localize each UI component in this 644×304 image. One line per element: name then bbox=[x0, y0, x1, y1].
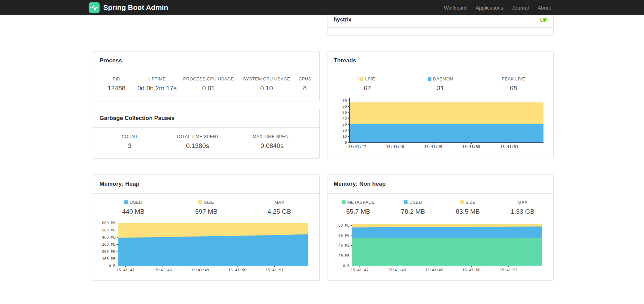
metric-label: METASPACE bbox=[331, 200, 386, 205]
metric-value: 8 bbox=[294, 85, 316, 92]
metric-label: LIVE bbox=[331, 76, 404, 81]
metric-value: 68 bbox=[477, 85, 550, 92]
heap-legend: USED 440 MB SIZE 597 MB MAX 4.25 GB bbox=[93, 194, 319, 219]
metric-process-cpu-usage: PROCESS CPU USAGE 0.01 bbox=[178, 76, 239, 92]
brand[interactable]: Spring Boot Admin bbox=[89, 2, 168, 13]
metric-value: 78.2 MB bbox=[386, 208, 441, 215]
metric-value: 31 bbox=[404, 85, 477, 92]
metric-label: MAX bbox=[243, 200, 316, 205]
gc-panel-title: Garbage Collection Pauses bbox=[99, 115, 174, 121]
metric-value: 0.10 bbox=[239, 85, 294, 92]
size-swatch-icon bbox=[460, 200, 464, 204]
metric-label: PID bbox=[97, 76, 136, 81]
svg-text:15:41:48: 15:41:48 bbox=[154, 268, 172, 272]
used-swatch-icon bbox=[124, 200, 128, 204]
memory-nonheap-chart: 0 B20 MB40 MB60 MB80 MB15:41:4715:41:481… bbox=[327, 219, 553, 280]
gc-metrics: COUNT 3 TOTAL TIME SPENT 0.1380s MAX TIM… bbox=[93, 128, 319, 158]
threads-chart: 01020304050607015:41:4715:41:4815:41:491… bbox=[327, 95, 553, 157]
svg-text:15:41:50: 15:41:50 bbox=[462, 145, 480, 149]
metric-label-text: DAEMON bbox=[433, 76, 453, 81]
metric-value: 0.1380s bbox=[163, 142, 233, 150]
metric-threads-daemon: DAEMON 31 bbox=[404, 76, 477, 92]
navbar-inner: Spring Boot Admin Wallboard Applications… bbox=[89, 0, 555, 15]
metric-cpus: CPUS 8 bbox=[294, 76, 316, 92]
svg-text:40: 40 bbox=[342, 116, 347, 121]
metric-label-text: METASPACE bbox=[347, 200, 375, 205]
metric-label: COUNT bbox=[97, 134, 163, 139]
svg-text:60: 60 bbox=[342, 104, 347, 109]
svg-text:50: 50 bbox=[342, 110, 347, 115]
metric-label-text: LIVE bbox=[365, 76, 375, 81]
metric-label: MAX TIME SPENT bbox=[233, 134, 311, 139]
metric-label: SIZE bbox=[170, 200, 243, 205]
nav-links: Wallboard Applications Journal About bbox=[440, 5, 555, 11]
threads-legend: LIVE 67 DAEMON 31 PEAK LIVE 68 bbox=[327, 70, 553, 95]
metric-value: 55.7 MB bbox=[331, 208, 386, 215]
nav-applications[interactable]: Applications bbox=[471, 5, 508, 11]
svg-text:15:41:50: 15:41:50 bbox=[228, 268, 246, 272]
live-swatch-icon bbox=[359, 77, 363, 81]
metric-label: DAEMON bbox=[404, 76, 477, 81]
memory-heap-chart: 0 B100 MB200 MB300 MB400 MB500 MB600 MB1… bbox=[93, 219, 319, 280]
metric-label-text: PEAK LIVE bbox=[502, 76, 525, 81]
metric-uptime: UPTIME 0d 0h 2m 17s bbox=[136, 76, 178, 92]
gc-panel-heading: Garbage Collection Pauses bbox=[93, 109, 319, 128]
used-swatch-icon bbox=[404, 200, 408, 204]
svg-text:200 MB: 200 MB bbox=[102, 249, 116, 254]
svg-text:100 MB: 100 MB bbox=[102, 257, 116, 261]
svg-text:15:41:48: 15:41:48 bbox=[386, 145, 404, 149]
svg-text:0 B: 0 B bbox=[109, 264, 116, 268]
metric-label-text: MAX bbox=[518, 200, 527, 205]
metric-label: PROCESS CPU USAGE bbox=[178, 76, 239, 81]
metric-label-text: MAX bbox=[274, 200, 284, 205]
svg-text:600 MB: 600 MB bbox=[102, 221, 116, 225]
svg-text:15:41:47: 15:41:47 bbox=[117, 268, 135, 272]
svg-text:15:41:49: 15:41:49 bbox=[425, 268, 443, 272]
main-content: hystrix UP Process PID 12488 UPTIME bbox=[93, 0, 551, 280]
metric-value: 12488 bbox=[97, 85, 136, 92]
nav-journal[interactable]: Journal bbox=[508, 5, 533, 11]
svg-text:15:41:50: 15:41:50 bbox=[462, 268, 480, 272]
brand-title: Spring Boot Admin bbox=[103, 3, 168, 12]
metric-label: SIZE bbox=[441, 200, 495, 205]
process-metrics: PID 12488 UPTIME 0d 0h 2m 17s PROCESS CP… bbox=[93, 70, 319, 101]
metric-nonheap-used: USED 78.2 MB bbox=[386, 200, 441, 215]
svg-text:20: 20 bbox=[342, 128, 347, 133]
memory-heap-panel-heading: Memory: Heap bbox=[93, 175, 319, 194]
svg-text:10: 10 bbox=[342, 134, 347, 139]
metric-heap-size: SIZE 597 MB bbox=[170, 200, 243, 215]
metric-nonheap-size: SIZE 83.5 MB bbox=[441, 200, 495, 215]
threads-panel: Threads LIVE 67 DAEMON 31 PEAK LIVE 68 0… bbox=[327, 51, 554, 157]
svg-text:30: 30 bbox=[342, 122, 347, 127]
metric-threads-live: LIVE 67 bbox=[331, 76, 404, 92]
nav-wallboard[interactable]: Wallboard bbox=[440, 5, 471, 11]
daemon-swatch-icon bbox=[428, 77, 431, 81]
metric-label: SYSTEM CPU USAGE bbox=[239, 76, 294, 81]
health-panel: hystrix UP bbox=[327, 12, 554, 35]
metric-label-text: USED bbox=[409, 200, 422, 205]
threads-panel-title: Threads bbox=[334, 57, 356, 64]
metric-value: 0d 0h 2m 17s bbox=[136, 85, 178, 92]
metric-heap-used: USED 440 MB bbox=[97, 200, 170, 215]
app-logo-icon bbox=[89, 2, 100, 13]
svg-text:15:41:49: 15:41:49 bbox=[191, 268, 209, 272]
svg-text:20 MB: 20 MB bbox=[338, 254, 350, 258]
process-panel-title: Process bbox=[99, 57, 122, 64]
svg-text:60 MB: 60 MB bbox=[338, 233, 350, 238]
metric-label-text: SIZE bbox=[204, 200, 214, 205]
metric-label: UPTIME bbox=[136, 76, 178, 81]
svg-text:15:41:48: 15:41:48 bbox=[388, 268, 406, 272]
metric-label-text: USED bbox=[130, 200, 142, 205]
navbar: Spring Boot Admin Wallboard Applications… bbox=[0, 0, 644, 15]
nav-about[interactable]: About bbox=[533, 5, 555, 11]
metric-nonheap-metaspace: METASPACE 55.7 MB bbox=[331, 200, 386, 215]
status-badge: UP bbox=[540, 17, 547, 23]
nonheap-legend: METASPACE 55.7 MB USED 78.2 MB SIZE 83.5… bbox=[327, 194, 553, 219]
gc-panel: Garbage Collection Pauses COUNT 3 TOTAL … bbox=[93, 109, 320, 159]
metric-value: 0.01 bbox=[178, 85, 239, 92]
metric-heap-max: MAX 4.25 GB bbox=[243, 200, 316, 215]
memory-nonheap-panel: Memory: Non heap METASPACE 55.7 MB USED … bbox=[327, 174, 554, 280]
dashboard-grid: hystrix UP Process PID 12488 UPTIME bbox=[93, 15, 551, 280]
svg-text:0: 0 bbox=[344, 140, 347, 145]
svg-text:500 MB: 500 MB bbox=[102, 228, 116, 232]
